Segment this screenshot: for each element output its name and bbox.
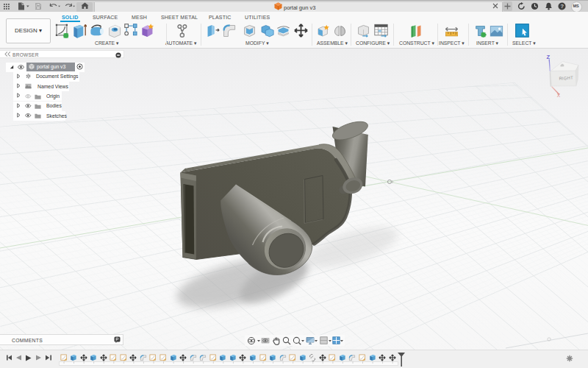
svg-text:?: ? <box>560 3 564 10</box>
svg-text:X: X <box>557 93 561 98</box>
svg-text:Z: Z <box>547 54 551 60</box>
